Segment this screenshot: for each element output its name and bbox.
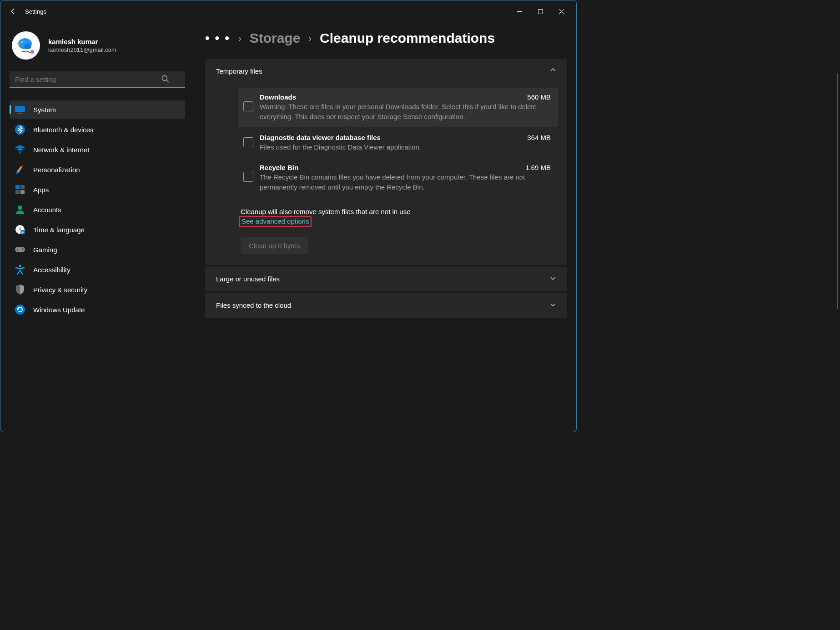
breadcrumb-more-icon[interactable]: • • • — [205, 31, 230, 45]
profile[interactable]: kamlesh kumar kamlesh2011@gmail.com — [10, 28, 182, 68]
nav-label: Apps — [33, 186, 49, 194]
item-title: Recycle Bin — [260, 164, 298, 171]
bluetooth-icon — [15, 125, 25, 135]
nav-label: Accounts — [33, 206, 61, 214]
item-size: 560 MB — [527, 93, 551, 101]
cleanup-note: Cleanup will also remove system files th… — [241, 208, 558, 215]
sidebar-item-bluetooth[interactable]: Bluetooth & devices — [10, 120, 185, 139]
nav-label: Accessibility — [33, 266, 70, 274]
cloud-synced-panel: Files synced to the cloud — [205, 293, 567, 318]
item-size: 364 MB — [527, 134, 551, 141]
nav-label: Personalization — [33, 166, 80, 174]
sidebar-item-accessibility[interactable]: Accessibility — [10, 260, 185, 279]
window-controls — [509, 4, 572, 19]
svg-point-12 — [19, 152, 21, 154]
minimize-button[interactable] — [509, 4, 530, 19]
nav-list: System Bluetooth & devices Network & int… — [10, 100, 182, 319]
user-email: kamlesh2011@gmail.com — [48, 46, 116, 53]
chevron-up-icon — [550, 67, 556, 75]
cleanup-button[interactable]: Clean up 0 bytes — [241, 237, 308, 254]
recyclebin-checkbox[interactable] — [243, 172, 253, 182]
accessibility-icon — [15, 265, 25, 275]
back-button[interactable] — [5, 3, 21, 20]
svg-rect-9 — [16, 107, 24, 111]
chevron-down-icon — [550, 275, 556, 283]
item-title: Diagnostic data viewer database files — [260, 134, 381, 141]
svg-point-7 — [162, 76, 167, 81]
temporary-files-panel: Temporary files Downloads 560 MB Warning… — [205, 59, 567, 265]
svg-rect-0 — [538, 9, 543, 14]
panel-title: Large or unused files — [216, 275, 280, 283]
shield-icon — [15, 285, 25, 295]
system-icon — [15, 105, 25, 115]
search-input[interactable] — [10, 71, 185, 88]
diagnostic-checkbox[interactable] — [243, 137, 253, 147]
sidebar-item-personalization[interactable]: Personalization — [10, 160, 185, 179]
svg-point-23 — [17, 249, 18, 250]
search-icon — [161, 75, 170, 85]
sidebar-item-network[interactable]: Network & internet — [10, 140, 185, 159]
item-desc: Warning: These are files in your persona… — [260, 102, 551, 122]
chevron-down-icon — [550, 301, 556, 310]
sidebar-item-privacy[interactable]: Privacy & security — [10, 280, 185, 299]
breadcrumb: • • • › Storage › Cleanup recommendation… — [205, 30, 567, 46]
app-title: Settings — [25, 8, 46, 15]
temporary-files-header[interactable]: Temporary files — [205, 59, 567, 83]
diagnostic-item[interactable]: Diagnostic data viewer database files 36… — [238, 128, 558, 158]
panel-title: Files synced to the cloud — [216, 301, 291, 309]
breadcrumb-storage[interactable]: Storage — [250, 30, 301, 46]
large-unused-header[interactable]: Large or unused files — [205, 267, 567, 291]
wifi-icon — [15, 145, 25, 155]
apps-icon — [15, 185, 25, 195]
nav-label: Bluetooth & devices — [33, 126, 94, 134]
item-desc: Files used for the Diagnostic Data Viewe… — [260, 142, 551, 152]
svg-rect-14 — [15, 185, 20, 189]
sidebar-item-apps[interactable]: Apps — [10, 180, 185, 199]
sidebar: kamlesh kumar kamlesh2011@gmail.com Syst… — [0, 22, 187, 432]
page-title: Cleanup recommendations — [320, 30, 495, 46]
person-icon — [15, 205, 25, 215]
sidebar-item-accounts[interactable]: Accounts — [10, 200, 185, 219]
sidebar-item-time[interactable]: Time & language — [10, 220, 185, 239]
large-unused-panel: Large or unused files — [205, 267, 567, 291]
clock-icon — [15, 225, 25, 235]
user-name: kamlesh kumar — [48, 38, 116, 45]
item-title: Downloads — [260, 93, 296, 101]
chevron-right-icon: › — [308, 33, 312, 44]
sidebar-item-gaming[interactable]: Gaming — [10, 240, 185, 259]
avatar — [12, 31, 40, 60]
svg-point-5 — [21, 41, 22, 42]
recyclebin-item[interactable]: Recycle Bin 1.69 MB The Recycle Bin cont… — [238, 158, 558, 198]
nav-label: Privacy & security — [33, 286, 87, 294]
content-area: • • • › Storage › Cleanup recommendation… — [187, 22, 576, 432]
sidebar-item-update[interactable]: Windows Update — [10, 300, 185, 319]
item-size: 1.69 MB — [525, 164, 551, 171]
svg-point-3 — [24, 44, 31, 49]
sidebar-item-system[interactable]: System — [10, 100, 185, 119]
svg-point-24 — [22, 248, 23, 249]
nav-label: Gaming — [33, 246, 57, 254]
highlight-box: See advanced options — [239, 216, 312, 227]
paintbrush-icon — [15, 165, 25, 175]
nav-label: Network & internet — [33, 146, 89, 154]
svg-rect-16 — [15, 190, 20, 194]
titlebar: Settings — [0, 0, 576, 22]
svg-point-13 — [16, 172, 19, 174]
cloud-synced-header[interactable]: Files synced to the cloud — [205, 293, 567, 318]
svg-point-27 — [15, 305, 25, 315]
chevron-right-icon: › — [238, 33, 241, 44]
svg-point-6 — [30, 50, 34, 54]
maximize-button[interactable] — [530, 4, 551, 19]
nav-label: System — [33, 106, 56, 114]
gamepad-icon — [15, 245, 25, 255]
see-advanced-options-link[interactable]: See advanced options — [241, 217, 309, 225]
svg-point-25 — [23, 250, 24, 250]
svg-point-26 — [19, 265, 21, 267]
svg-rect-15 — [20, 185, 25, 189]
close-button[interactable] — [551, 4, 572, 19]
downloads-item[interactable]: Downloads 560 MB Warning: These are file… — [238, 88, 558, 127]
item-desc: The Recycle Bin contains files you have … — [260, 172, 551, 192]
downloads-checkbox[interactable] — [243, 101, 253, 111]
nav-label: Time & language — [33, 226, 85, 234]
search-wrap — [10, 71, 182, 88]
